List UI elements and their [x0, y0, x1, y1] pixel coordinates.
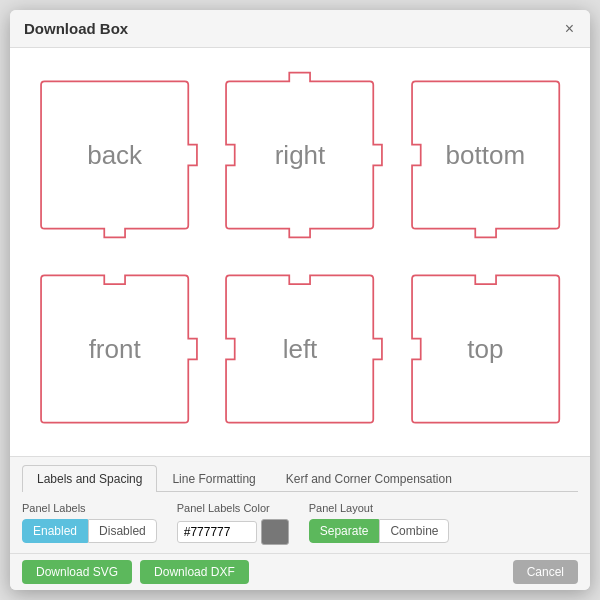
- panel-labels-btn-group: EnabledDisabled: [22, 519, 157, 543]
- puzzle-piece-bottom: bottom: [393, 58, 578, 252]
- puzzle-piece-back: back: [22, 58, 207, 252]
- puzzle-label-top: top: [467, 334, 503, 365]
- tab-2[interactable]: Kerf and Corner Compensation: [271, 465, 467, 492]
- puzzle-piece-left: left: [207, 252, 392, 446]
- color-input-group: [177, 519, 289, 545]
- panel-labels-group: Panel Labels EnabledDisabled: [22, 502, 157, 543]
- puzzle-label-back: back: [87, 140, 142, 171]
- panel-labels-color-label: Panel Labels Color: [177, 502, 289, 514]
- panel-layout-label: Panel Layout: [309, 502, 450, 514]
- color-swatch[interactable]: [261, 519, 289, 545]
- panel-labels-btn-disabled[interactable]: Disabled: [88, 519, 157, 543]
- download-dialog: Download Box × backrightbottomfrontleftt…: [10, 10, 590, 590]
- dialog-header: Download Box ×: [10, 10, 590, 48]
- puzzle-piece-top: top: [393, 252, 578, 446]
- tab-1[interactable]: Line Formatting: [157, 465, 270, 492]
- color-text-input[interactable]: [177, 521, 257, 543]
- options-area: Panel Labels EnabledDisabled Panel Label…: [10, 492, 590, 553]
- footer-area: Download SVGDownload DXFCancel: [10, 553, 590, 590]
- dialog-title: Download Box: [24, 20, 128, 37]
- panel-layout-group: Panel Layout SeparateCombine: [309, 502, 450, 543]
- puzzle-label-bottom: bottom: [446, 140, 526, 171]
- puzzle-piece-right: right: [207, 58, 392, 252]
- panel-labels-color-group: Panel Labels Color: [177, 502, 289, 545]
- footer-btn-download-svg[interactable]: Download SVG: [22, 560, 132, 584]
- panel-layout-btn-group: SeparateCombine: [309, 519, 450, 543]
- panel-labels-btn-enabled[interactable]: Enabled: [22, 519, 88, 543]
- puzzle-label-right: right: [275, 140, 326, 171]
- tab-0[interactable]: Labels and Spacing: [22, 465, 157, 492]
- footer-btn-cancel[interactable]: Cancel: [513, 560, 578, 584]
- tabs-area: Labels and SpacingLine FormattingKerf an…: [10, 456, 590, 492]
- tabs: Labels and SpacingLine FormattingKerf an…: [22, 465, 578, 492]
- footer-btn-download-dxf[interactable]: Download DXF: [140, 560, 249, 584]
- close-button[interactable]: ×: [563, 21, 576, 37]
- puzzle-area: backrightbottomfrontlefttop: [10, 48, 590, 456]
- panel-layout-btn-combine[interactable]: Combine: [379, 519, 449, 543]
- puzzle-label-left: left: [283, 334, 318, 365]
- panel-layout-btn-separate[interactable]: Separate: [309, 519, 380, 543]
- puzzle-label-front: front: [89, 334, 141, 365]
- puzzle-piece-front: front: [22, 252, 207, 446]
- panel-labels-label: Panel Labels: [22, 502, 157, 514]
